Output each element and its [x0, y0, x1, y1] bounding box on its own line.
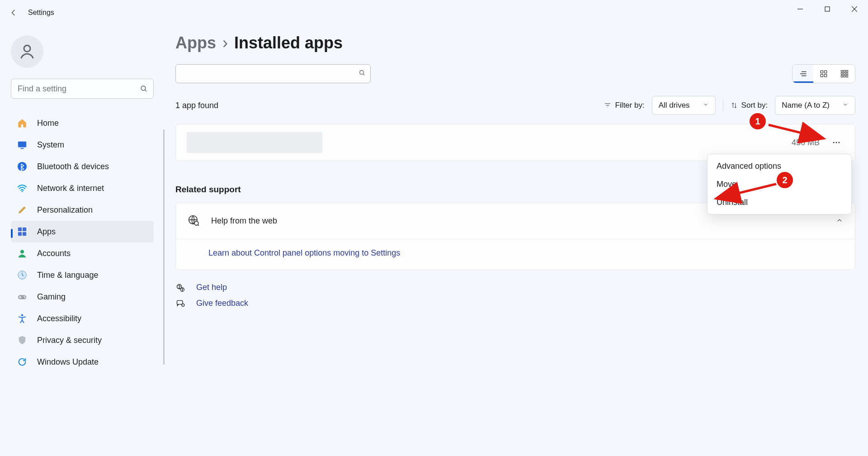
- grid-small-icon: [820, 70, 828, 78]
- search-button[interactable]: [134, 79, 154, 99]
- support-link[interactable]: Learn about Control panel options moving…: [208, 248, 400, 257]
- chevron-right-icon: ›: [222, 33, 228, 52]
- app-more-button[interactable]: [829, 135, 844, 150]
- svg-line-22: [363, 74, 364, 75]
- give-feedback-link[interactable]: Give feedback: [175, 299, 855, 308]
- arrow-left-icon: [9, 9, 18, 17]
- svg-rect-26: [821, 71, 823, 73]
- sidebar-item-apps[interactable]: Apps: [11, 221, 154, 242]
- sidebar-item-label: System: [37, 140, 64, 150]
- page-title: Installed apps: [234, 33, 343, 52]
- sidebar-item-accounts[interactable]: Accounts: [11, 242, 154, 264]
- minimize-button[interactable]: [787, 0, 814, 18]
- sidebar-scrollbar[interactable]: [163, 129, 165, 365]
- list-icon: [799, 70, 807, 78]
- svg-rect-27: [825, 71, 827, 73]
- sidebar-item-system[interactable]: System: [11, 134, 154, 156]
- shield-icon: [16, 334, 28, 346]
- divider: [723, 100, 723, 111]
- app-search: [175, 64, 371, 83]
- nav: Home System Bluetooth & devices Network …: [11, 112, 154, 373]
- sidebar-item-label: Network & internet: [37, 184, 104, 193]
- maximize-button[interactable]: [814, 0, 841, 18]
- sidebar-item-accessibility[interactable]: Accessibility: [11, 308, 154, 329]
- help-icon: [175, 283, 185, 292]
- brush-icon: [16, 204, 28, 216]
- clock-globe-icon: [16, 269, 28, 281]
- svg-point-42: [833, 142, 835, 143]
- svg-rect-33: [841, 73, 843, 75]
- search-input[interactable]: [11, 79, 154, 99]
- filter-dropdown[interactable]: All drives: [652, 96, 716, 115]
- support-title: Help from the web: [211, 216, 277, 226]
- svg-rect-34: [844, 73, 845, 75]
- sidebar-item-gaming[interactable]: Gaming: [11, 286, 154, 308]
- sidebar-item-label: Windows Update: [37, 357, 99, 367]
- svg-rect-32: [846, 71, 848, 72]
- svg-point-43: [836, 142, 837, 143]
- filter-value: All drives: [659, 101, 690, 110]
- ctx-move[interactable]: Move: [708, 175, 851, 193]
- view-tiles-button[interactable]: [834, 65, 855, 83]
- view-toggle: [792, 64, 855, 83]
- svg-rect-36: [841, 76, 843, 77]
- grid-large-icon: [840, 70, 849, 78]
- sidebar-item-label: Accessibility: [37, 314, 81, 323]
- update-icon: [16, 356, 28, 368]
- sidebar-item-network[interactable]: Network & internet: [11, 177, 154, 199]
- breadcrumb: Apps › Installed apps: [175, 33, 855, 52]
- close-button[interactable]: [841, 0, 868, 18]
- filter-controls: Filter by: All drives Sort by: Name (A t…: [604, 96, 855, 115]
- svg-rect-35: [846, 73, 848, 75]
- nav-active-indicator: [11, 229, 13, 238]
- chevron-down-icon: [703, 101, 709, 110]
- home-icon: [16, 117, 28, 129]
- sidebar: Home System Bluetooth & devices Network …: [0, 25, 165, 456]
- view-grid-button[interactable]: [813, 65, 834, 83]
- sidebar-search: [11, 79, 154, 99]
- svg-point-51: [182, 290, 183, 291]
- window-title: Settings: [28, 9, 54, 17]
- get-help-link[interactable]: Get help: [175, 283, 855, 292]
- back-button[interactable]: [5, 4, 23, 22]
- feedback-icon: [175, 299, 185, 308]
- svg-line-47: [198, 224, 199, 225]
- account-header[interactable]: [11, 35, 154, 68]
- svg-rect-13: [18, 232, 22, 236]
- sidebar-item-home[interactable]: Home: [11, 112, 154, 134]
- svg-rect-1: [825, 7, 830, 11]
- svg-point-4: [24, 45, 30, 52]
- sidebar-item-label: Privacy & security: [37, 336, 102, 345]
- gamepad-icon: [16, 291, 28, 303]
- system-icon: [16, 139, 28, 151]
- user-icon: [18, 43, 36, 61]
- ctx-advanced-options[interactable]: Advanced options: [708, 157, 851, 175]
- svg-rect-12: [23, 228, 26, 231]
- minimize-icon: [797, 6, 803, 12]
- ctx-uninstall[interactable]: Uninstall: [708, 193, 851, 211]
- view-list-button[interactable]: [793, 65, 813, 83]
- svg-point-15: [20, 250, 24, 253]
- sort-value: Name (A to Z): [782, 101, 830, 110]
- sidebar-item-label: Home: [37, 119, 59, 128]
- more-horizontal-icon: [832, 138, 841, 147]
- sidebar-item-label: Gaming: [37, 292, 66, 302]
- sidebar-item-time[interactable]: Time & language: [11, 264, 154, 286]
- svg-rect-31: [844, 71, 845, 72]
- svg-rect-29: [825, 75, 827, 77]
- sidebar-item-privacy[interactable]: Privacy & security: [11, 329, 154, 351]
- sort-dropdown[interactable]: Name (A to Z): [775, 96, 855, 115]
- app-size: 456 MB: [792, 138, 820, 147]
- sidebar-item-bluetooth[interactable]: Bluetooth & devices: [11, 156, 154, 177]
- maximize-icon: [825, 6, 830, 12]
- chevron-up-icon: [836, 217, 843, 226]
- app-search-input[interactable]: [180, 70, 359, 78]
- sidebar-item-personalization[interactable]: Personalization: [11, 199, 154, 221]
- svg-line-6: [145, 90, 146, 91]
- svg-point-19: [24, 297, 26, 299]
- globe-help-icon: [188, 214, 199, 228]
- search-icon: [359, 69, 366, 78]
- breadcrumb-root[interactable]: Apps: [175, 33, 216, 52]
- sidebar-item-update[interactable]: Windows Update: [11, 351, 154, 373]
- app-context-menu: Advanced options Move Uninstall: [707, 154, 852, 214]
